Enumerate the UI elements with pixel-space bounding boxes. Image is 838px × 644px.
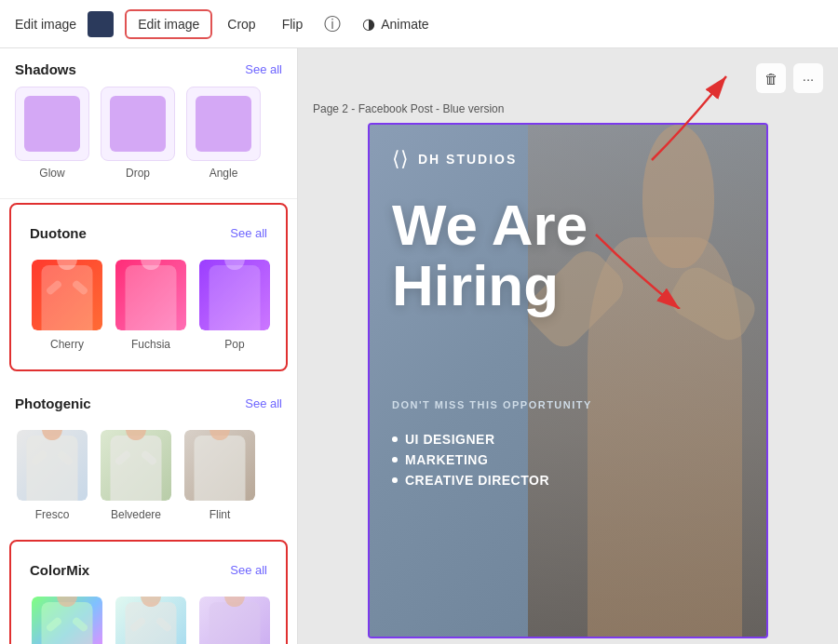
flip-button[interactable]: Flip (271, 11, 315, 37)
filter-belvedere-thumb (99, 428, 173, 503)
filter-cherry-img (32, 260, 102, 330)
color-box[interactable] (88, 11, 114, 37)
bullet-creative (392, 477, 398, 483)
filter-fresco-thumb (15, 428, 89, 503)
canvas-topbar: 🗑 ··· (313, 63, 823, 93)
filter-cherry[interactable]: Cherry (30, 258, 104, 351)
duotone-see-all[interactable]: See all (230, 226, 267, 240)
shadow-glow[interactable]: Glow (15, 87, 89, 180)
shadow-glow-label: Glow (39, 167, 64, 180)
colormix-section-outline: ColorMix See all (9, 540, 288, 644)
duotone-section-outline: Duotone See all (9, 203, 288, 371)
crop-button[interactable]: Crop (216, 11, 266, 37)
card-logo: ⟨⟩ DH STUDIOS (392, 147, 517, 171)
filter-pop-thumb (197, 258, 272, 332)
shadow-drop[interactable]: Drop (101, 87, 175, 180)
duotone-header: Duotone See all (15, 212, 282, 250)
photogenic-header: Photogenic See all (0, 382, 297, 421)
shadows-header: Shadows See all (0, 48, 297, 87)
colormix-section: ColorMix See all (15, 545, 282, 644)
filter-amethyst-img (199, 597, 270, 644)
colormix-header: ColorMix See all (15, 549, 282, 587)
design-card[interactable]: ⟨⟩ DH STUDIOS We Are Hiring DON'T MISS T… (368, 123, 768, 638)
shadow-glow-inner (24, 96, 80, 152)
filter-belvedere[interactable]: Belvedere (99, 428, 173, 521)
card-heading: We Are Hiring (392, 195, 588, 315)
shadow-drop-inner (110, 96, 166, 152)
shadows-title: Shadows (15, 61, 76, 77)
filter-flint-img (184, 430, 255, 501)
duotone-title: Duotone (30, 225, 87, 241)
more-options-button[interactable]: ··· (793, 63, 823, 93)
bullet-ui (392, 436, 398, 442)
filter-cherry-thumb (30, 258, 104, 332)
shadow-glow-box (15, 87, 89, 161)
duotone-section: Duotone See all (15, 208, 282, 366)
shadow-angle-label: Angle (210, 167, 238, 180)
main-area: Shadows See all Glow Drop Angle (0, 48, 838, 644)
filter-amethyst-thumb (197, 595, 272, 644)
filter-belvedere-img (101, 430, 171, 501)
shadow-angle-box (186, 87, 261, 161)
filter-rainbow-thumb (30, 595, 104, 644)
filter-fresco-img (17, 430, 88, 501)
filter-arctic-thumb (114, 595, 188, 644)
colormix-grid: Rainbow (15, 587, 282, 644)
shadow-drop-box (101, 87, 175, 161)
filter-cherry-label: Cherry (50, 338, 84, 351)
card-content: ⟨⟩ DH STUDIOS We Are Hiring DON'T MISS T… (370, 125, 766, 637)
card-list: UI DESIGNER MARKETING CREATIVE DIRECTOR (392, 432, 549, 488)
filter-fuchsia[interactable]: Fuchsia (114, 258, 188, 351)
filter-pop-label: Pop (224, 338, 244, 351)
filter-fresco[interactable]: Fresco (15, 428, 89, 521)
toolbar: Edit image Edit image Crop Flip ⓘ ◑ Anim… (0, 0, 838, 48)
colormix-see-all[interactable]: See all (230, 563, 267, 577)
heading-line1: We Are (392, 195, 588, 255)
logo-icon: ⟨⟩ (392, 147, 409, 171)
list-item-marketing: MARKETING (392, 452, 549, 467)
filter-pop[interactable]: Pop (197, 258, 272, 351)
photogenic-grid: Fresco Belvedere (0, 421, 297, 532)
filter-amethyst[interactable]: Amethyst (197, 595, 272, 644)
shadows-grid: Glow Drop Angle (0, 87, 297, 195)
photogenic-title: Photogenic (15, 396, 91, 411)
card-subtitle: DON'T MISS THIS OPPORTUNITY (392, 399, 592, 410)
duotone-grid: Cherry Fuchsia (15, 250, 282, 362)
page-label: Page 2 - Facebook Post - Blue version (313, 102, 823, 115)
filter-belvedere-label: Belvedere (111, 508, 161, 521)
shadow-angle-inner (196, 96, 251, 152)
filter-arctic[interactable]: Arctic (114, 595, 188, 644)
delete-button[interactable]: 🗑 (756, 63, 786, 93)
list-item-ui: UI DESIGNER (392, 432, 549, 447)
left-panel: Shadows See all Glow Drop Angle (0, 48, 298, 644)
filter-arctic-img (115, 597, 186, 644)
filter-rainbow[interactable]: Rainbow (30, 595, 104, 644)
filter-pop-img (199, 260, 270, 330)
colormix-title: ColorMix (30, 562, 89, 578)
toolbar-title: Edit image (15, 17, 76, 32)
animate-button[interactable]: ◑ Animate (351, 9, 439, 38)
edit-image-button[interactable]: Edit image (125, 9, 212, 39)
shadows-see-all[interactable]: See all (245, 62, 282, 76)
shadow-drop-label: Drop (126, 167, 150, 180)
list-item-creative: CREATIVE DIRECTOR (392, 473, 549, 488)
canvas-area: 🗑 ··· Page 2 - Facebook Post - Blue vers… (298, 48, 838, 644)
shadow-angle[interactable]: Angle (186, 87, 261, 180)
filter-flint-thumb (182, 428, 257, 503)
filter-fuchsia-label: Fuchsia (131, 338, 170, 351)
info-button[interactable]: ⓘ (318, 9, 347, 39)
filter-fuchsia-img (115, 260, 186, 330)
photogenic-see-all[interactable]: See all (245, 396, 282, 410)
filter-rainbow-img (32, 597, 102, 644)
bullet-marketing (392, 457, 398, 463)
card-text-overlay: ⟨⟩ DH STUDIOS We Are Hiring DON'T MISS T… (370, 125, 766, 637)
heading-line2: Hiring (392, 255, 588, 315)
filter-fresco-label: Fresco (35, 508, 70, 521)
logo-text: DH STUDIOS (418, 152, 517, 167)
filter-flint-label: Flint (210, 508, 231, 521)
animate-icon: ◑ (362, 15, 375, 33)
filter-fuchsia-thumb (114, 258, 188, 332)
filter-flint[interactable]: Flint (182, 428, 257, 521)
photogenic-section: Photogenic See all (0, 379, 297, 536)
